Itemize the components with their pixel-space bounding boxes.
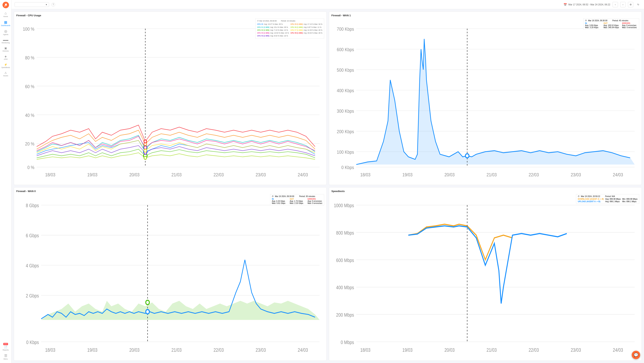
sidebar-item-devices[interactable]: ▣ Devices xyxy=(0,45,11,54)
svg-text:21/03: 21/03 xyxy=(486,347,497,353)
wan0-err-max: Max: 0 errors/sec xyxy=(308,202,322,204)
main-content: ▾ ? 📅 Mar 17 2024, 06:52 - Mar 24 2024, … xyxy=(12,0,644,363)
svg-text:4 Gbps: 4 Gbps xyxy=(26,263,39,268)
chevron-right-icon: › xyxy=(622,3,623,6)
chevron-down-icon: ▾ xyxy=(46,3,47,6)
cpu-legend: ⏱ Mar 19 2024, 09:30:00 Period: 15 minut… xyxy=(255,19,324,39)
wan1-in-max: Max: 3.20 Kbps xyxy=(585,27,600,29)
svg-text:19/03: 19/03 xyxy=(402,347,412,353)
chat-button[interactable]: 💬 xyxy=(632,351,640,359)
app-logo[interactable] xyxy=(2,2,9,9)
wan0-stats: IN OUT ERRORS Avg: 4.24 Gbps Avg: 1.74 G… xyxy=(272,198,322,204)
svg-text:400 Mbps: 400 Mbps xyxy=(336,285,354,290)
svg-text:200 Kbps: 200 Kbps xyxy=(337,129,354,134)
wan1-stats: IN OUT ERRORS Avg: 3.06 Kbps Avg: 105.52… xyxy=(585,22,638,29)
sidebar-label-apm: APM xyxy=(4,58,8,60)
svg-text:22/03: 22/03 xyxy=(529,347,539,353)
svg-point-17 xyxy=(144,146,146,149)
sidebar-item-speedtests[interactable]: ⚡ Speedtests xyxy=(0,62,11,70)
prev-button[interactable]: ‹ xyxy=(612,2,618,7)
speedtests-panel-title: Speedtests xyxy=(332,190,639,193)
wan0-legend: ⏱ Mar 19 2024, 09:30:00 Period: 30 minut… xyxy=(270,194,324,205)
sidebar-item-menu[interactable]: ☰ Menu xyxy=(0,352,11,361)
svg-text:400 Kbps: 400 Kbps xyxy=(337,88,354,93)
wan0-chart-area: 8 Gbps 6 Gbps 4 Gbps 2 Gbps 0 Kbps 18/03 xyxy=(16,194,324,358)
legend-cpu3: CPU #3 (1 MIN) Avg: 13.53 % Max: 23 % xyxy=(257,32,289,35)
cpu2-label: CPU #2 (1 MIN) xyxy=(257,29,269,32)
dashboard-grid: Firewall - CPU Usage 100 % 80 % 60 % 40 … xyxy=(12,9,644,363)
sidebar-label-home: Home xyxy=(3,16,8,18)
cpu1-label: CPU #1 (1 MIN) xyxy=(257,26,269,29)
sidebar-label-reports: Reports xyxy=(3,349,9,351)
settings-button[interactable]: ⚙ xyxy=(628,2,633,7)
reports-icon: 📄 xyxy=(4,346,7,348)
svg-point-20 xyxy=(144,156,146,159)
issues-icon: ⚠ xyxy=(4,72,7,74)
sidebar-item-dashboards[interactable]: ▦ Dashboards xyxy=(0,19,11,28)
date-range: 📅 Mar 17 2024, 06:52 - Mar 24 2024, 06:2… xyxy=(564,3,610,6)
cpu4-stats: Avg: 8.53 % Max: 16 % xyxy=(270,35,288,37)
cpu4-label: CPU #4 (1 MIN) xyxy=(257,35,269,37)
svg-point-22 xyxy=(144,140,146,143)
sidebar-item-home[interactable]: ⌂ Home xyxy=(0,10,11,19)
sidebar-label-dashboards: Dashboards xyxy=(1,25,10,27)
ul-label: UPLOAD (AGENT A -> B) xyxy=(578,200,604,203)
chat-icon: 💬 xyxy=(634,353,638,357)
wan1-in-header: IN xyxy=(585,22,600,24)
wan1-out-header: OUT xyxy=(604,22,619,24)
chevron-left-icon: ‹ xyxy=(615,3,616,6)
svg-text:24/03: 24/03 xyxy=(613,347,623,353)
cpu8-label: CPU #8 (1 MIN) xyxy=(290,32,303,35)
svg-text:8 Gbps: 8 Gbps xyxy=(26,203,39,208)
svg-text:18/03: 18/03 xyxy=(360,347,370,353)
cpu3-stats: Avg: 13.53 % Max: 23 % xyxy=(270,32,289,35)
dl-label: DOWNLOAD (AGENT A <- B) xyxy=(578,198,604,200)
speedtest-tooltip-header: ⏱ Mar 19 2024, 20:59:22 Period: N/A xyxy=(578,195,638,197)
wan1-err-max: Max: 0 errors/sec xyxy=(622,27,638,29)
sidebar-label-menu: Menu xyxy=(4,358,8,360)
wan0-tooltip-header: ⏱ Mar 19 2024, 09:30:00 Period: 30 minut… xyxy=(272,195,322,197)
cpu-series-legend: CPU #0 Avg: 13.27 % Max: 28 % CPU #5 (1 … xyxy=(257,23,322,37)
new-badge: NEW xyxy=(3,343,8,345)
help-button[interactable]: ? xyxy=(51,3,55,7)
cpu7-label: CPU #7 (1 MIN) xyxy=(290,29,303,32)
svg-text:21/03: 21/03 xyxy=(486,172,497,177)
next-button[interactable]: › xyxy=(620,2,626,7)
svg-text:21/03: 21/03 xyxy=(172,172,182,177)
svg-point-66 xyxy=(146,300,150,305)
sidebar-item-monitoring[interactable]: ▬▬ Monitoring xyxy=(0,37,11,45)
monitoring-icon: ▬▬ xyxy=(3,39,8,41)
legend-cpu0: CPU #0 Avg: 13.27 % Max: 28 % xyxy=(257,23,289,26)
svg-text:22/03: 22/03 xyxy=(529,172,539,177)
svg-text:23/03: 23/03 xyxy=(571,347,581,353)
sidebar-item-apm[interactable]: ◈ APM xyxy=(0,54,11,62)
svg-text:600 Kbps: 600 Kbps xyxy=(337,47,354,52)
svg-point-47 xyxy=(466,154,469,158)
sidebar-item-issues[interactable]: ⚠ Issues xyxy=(0,70,11,78)
svg-text:0 Mbps: 0 Mbps xyxy=(340,340,354,345)
wan1-panel-title: Firewall - WAN 1 xyxy=(332,14,639,17)
dl-min: Min: 899.98 Mbps xyxy=(622,198,638,200)
wan0-tooltip-time: Mar 19 2024, 09:30:00 xyxy=(275,195,294,197)
legend-cpu6: CPU #6 (1 MIN) Avg: 6.87 % Max: 11 % xyxy=(290,26,322,29)
ul-avg: Avg: 898.1 Mbps xyxy=(605,200,621,203)
svg-text:24/03: 24/03 xyxy=(298,172,308,177)
legend-cpu8: CPU #8 (1 MIN) Avg: 33.53 % Max: 49 % xyxy=(290,32,322,35)
sidebar-item-agents[interactable]: ◎ Agents xyxy=(0,28,11,37)
home-icon: ⌂ xyxy=(4,12,7,15)
refresh-button[interactable]: ↻ xyxy=(636,2,641,7)
wan1-in-avg: Avg: 3.06 Kbps xyxy=(585,24,600,27)
svg-text:100 Kbps: 100 Kbps xyxy=(337,150,354,155)
agents-icon: ◎ xyxy=(4,30,7,33)
cpu-panel-title: Firewall - CPU Usage xyxy=(16,14,324,17)
sidebar-item-reports[interactable]: NEW 📄 Reports xyxy=(0,341,11,352)
svg-text:23/03: 23/03 xyxy=(256,347,266,353)
device-selector[interactable]: ▾ xyxy=(14,2,49,7)
svg-text:300 Kbps: 300 Kbps xyxy=(337,109,354,114)
speedtest-tooltip-period: Period: N/A xyxy=(605,195,615,197)
cpu3-label: CPU #3 (1 MIN) xyxy=(257,32,269,35)
cpu-tooltip-header: ⏱ Mar 19 2024, 09:30:00 Period: 15 minut… xyxy=(257,20,322,23)
svg-text:80 %: 80 % xyxy=(25,55,34,61)
svg-text:22/03: 22/03 xyxy=(214,172,224,177)
wan0-out-avg: Avg: 1.74 Gbps xyxy=(290,200,304,202)
